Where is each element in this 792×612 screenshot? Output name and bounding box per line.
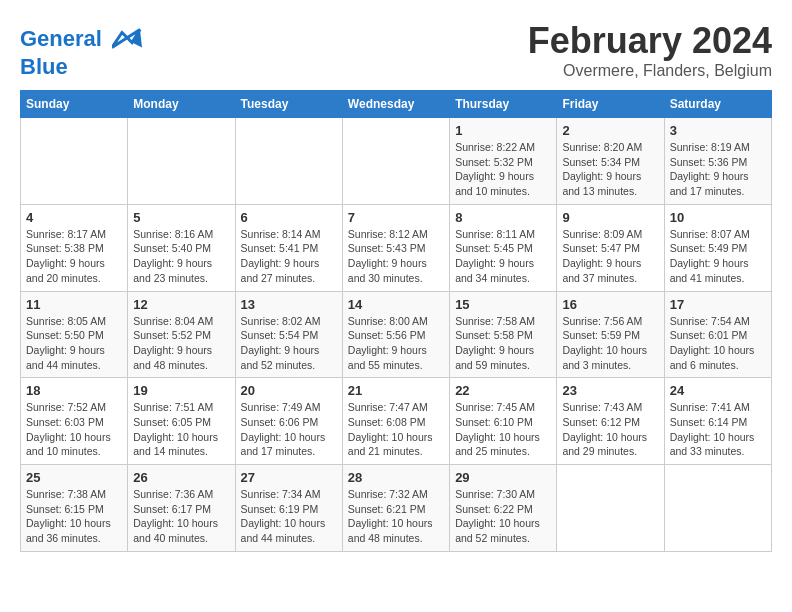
weekday-header-thursday: Thursday [450,91,557,118]
calendar-table: SundayMondayTuesdayWednesdayThursdayFrid… [20,90,772,552]
calendar-cell: 10Sunrise: 8:07 AM Sunset: 5:49 PM Dayli… [664,204,771,291]
day-number: 25 [26,470,122,485]
title-block: February 2024 Overmere, Flanders, Belgiu… [528,20,772,80]
day-number: 14 [348,297,444,312]
day-info: Sunrise: 8:07 AM Sunset: 5:49 PM Dayligh… [670,227,766,286]
page-header: General Blue February 2024 Overmere, Fla… [20,20,772,80]
day-info: Sunrise: 7:41 AM Sunset: 6:14 PM Dayligh… [670,400,766,459]
weekday-header-monday: Monday [128,91,235,118]
calendar-cell: 6Sunrise: 8:14 AM Sunset: 5:41 PM Daylig… [235,204,342,291]
calendar-cell [235,118,342,205]
calendar-cell: 22Sunrise: 7:45 AM Sunset: 6:10 PM Dayli… [450,378,557,465]
logo: General Blue [20,25,142,79]
day-info: Sunrise: 7:47 AM Sunset: 6:08 PM Dayligh… [348,400,444,459]
calendar-cell: 20Sunrise: 7:49 AM Sunset: 6:06 PM Dayli… [235,378,342,465]
day-number: 8 [455,210,551,225]
day-info: Sunrise: 8:20 AM Sunset: 5:34 PM Dayligh… [562,140,658,199]
calendar-cell: 17Sunrise: 7:54 AM Sunset: 6:01 PM Dayli… [664,291,771,378]
day-number: 26 [133,470,229,485]
day-info: Sunrise: 8:04 AM Sunset: 5:52 PM Dayligh… [133,314,229,373]
day-info: Sunrise: 7:30 AM Sunset: 6:22 PM Dayligh… [455,487,551,546]
day-number: 19 [133,383,229,398]
day-info: Sunrise: 7:43 AM Sunset: 6:12 PM Dayligh… [562,400,658,459]
calendar-cell [557,465,664,552]
calendar-cell: 11Sunrise: 8:05 AM Sunset: 5:50 PM Dayli… [21,291,128,378]
week-row-3: 11Sunrise: 8:05 AM Sunset: 5:50 PM Dayli… [21,291,772,378]
calendar-cell: 14Sunrise: 8:00 AM Sunset: 5:56 PM Dayli… [342,291,449,378]
subtitle: Overmere, Flanders, Belgium [528,62,772,80]
logo-icon [112,25,142,55]
calendar-cell: 3Sunrise: 8:19 AM Sunset: 5:36 PM Daylig… [664,118,771,205]
day-info: Sunrise: 8:17 AM Sunset: 5:38 PM Dayligh… [26,227,122,286]
day-number: 18 [26,383,122,398]
day-info: Sunrise: 7:52 AM Sunset: 6:03 PM Dayligh… [26,400,122,459]
calendar-cell: 25Sunrise: 7:38 AM Sunset: 6:15 PM Dayli… [21,465,128,552]
week-row-5: 25Sunrise: 7:38 AM Sunset: 6:15 PM Dayli… [21,465,772,552]
day-number: 2 [562,123,658,138]
day-number: 29 [455,470,551,485]
calendar-cell: 29Sunrise: 7:30 AM Sunset: 6:22 PM Dayli… [450,465,557,552]
day-info: Sunrise: 7:38 AM Sunset: 6:15 PM Dayligh… [26,487,122,546]
week-row-1: 1Sunrise: 8:22 AM Sunset: 5:32 PM Daylig… [21,118,772,205]
calendar-cell: 4Sunrise: 8:17 AM Sunset: 5:38 PM Daylig… [21,204,128,291]
weekday-header-tuesday: Tuesday [235,91,342,118]
calendar-cell: 26Sunrise: 7:36 AM Sunset: 6:17 PM Dayli… [128,465,235,552]
day-number: 12 [133,297,229,312]
week-row-4: 18Sunrise: 7:52 AM Sunset: 6:03 PM Dayli… [21,378,772,465]
weekday-header-friday: Friday [557,91,664,118]
day-info: Sunrise: 7:32 AM Sunset: 6:21 PM Dayligh… [348,487,444,546]
day-info: Sunrise: 8:02 AM Sunset: 5:54 PM Dayligh… [241,314,337,373]
day-info: Sunrise: 8:14 AM Sunset: 5:41 PM Dayligh… [241,227,337,286]
day-info: Sunrise: 7:56 AM Sunset: 5:59 PM Dayligh… [562,314,658,373]
calendar-cell: 16Sunrise: 7:56 AM Sunset: 5:59 PM Dayli… [557,291,664,378]
weekday-header-wednesday: Wednesday [342,91,449,118]
calendar-cell [21,118,128,205]
weekday-header-sunday: Sunday [21,91,128,118]
day-info: Sunrise: 7:34 AM Sunset: 6:19 PM Dayligh… [241,487,337,546]
calendar-cell: 15Sunrise: 7:58 AM Sunset: 5:58 PM Dayli… [450,291,557,378]
day-info: Sunrise: 8:19 AM Sunset: 5:36 PM Dayligh… [670,140,766,199]
calendar-cell: 24Sunrise: 7:41 AM Sunset: 6:14 PM Dayli… [664,378,771,465]
day-number: 15 [455,297,551,312]
calendar-cell: 12Sunrise: 8:04 AM Sunset: 5:52 PM Dayli… [128,291,235,378]
day-info: Sunrise: 8:22 AM Sunset: 5:32 PM Dayligh… [455,140,551,199]
calendar-cell [342,118,449,205]
day-number: 9 [562,210,658,225]
day-info: Sunrise: 7:54 AM Sunset: 6:01 PM Dayligh… [670,314,766,373]
logo-text: General [20,25,142,55]
logo-blue: Blue [20,55,142,79]
weekday-header-saturday: Saturday [664,91,771,118]
calendar-cell: 23Sunrise: 7:43 AM Sunset: 6:12 PM Dayli… [557,378,664,465]
day-info: Sunrise: 8:05 AM Sunset: 5:50 PM Dayligh… [26,314,122,373]
calendar-cell [664,465,771,552]
day-info: Sunrise: 7:49 AM Sunset: 6:06 PM Dayligh… [241,400,337,459]
day-number: 21 [348,383,444,398]
calendar-cell: 28Sunrise: 7:32 AM Sunset: 6:21 PM Dayli… [342,465,449,552]
day-number: 6 [241,210,337,225]
calendar-cell: 21Sunrise: 7:47 AM Sunset: 6:08 PM Dayli… [342,378,449,465]
day-number: 5 [133,210,229,225]
day-number: 27 [241,470,337,485]
day-number: 28 [348,470,444,485]
day-info: Sunrise: 8:00 AM Sunset: 5:56 PM Dayligh… [348,314,444,373]
day-number: 20 [241,383,337,398]
day-number: 13 [241,297,337,312]
day-info: Sunrise: 7:58 AM Sunset: 5:58 PM Dayligh… [455,314,551,373]
calendar-cell: 13Sunrise: 8:02 AM Sunset: 5:54 PM Dayli… [235,291,342,378]
calendar-cell: 5Sunrise: 8:16 AM Sunset: 5:40 PM Daylig… [128,204,235,291]
main-title: February 2024 [528,20,772,62]
weekday-header-row: SundayMondayTuesdayWednesdayThursdayFrid… [21,91,772,118]
day-number: 10 [670,210,766,225]
day-info: Sunrise: 7:45 AM Sunset: 6:10 PM Dayligh… [455,400,551,459]
calendar-cell: 1Sunrise: 8:22 AM Sunset: 5:32 PM Daylig… [450,118,557,205]
day-number: 17 [670,297,766,312]
day-number: 16 [562,297,658,312]
logo-general: General [20,26,102,51]
day-info: Sunrise: 8:16 AM Sunset: 5:40 PM Dayligh… [133,227,229,286]
calendar-cell: 19Sunrise: 7:51 AM Sunset: 6:05 PM Dayli… [128,378,235,465]
day-number: 3 [670,123,766,138]
day-info: Sunrise: 8:12 AM Sunset: 5:43 PM Dayligh… [348,227,444,286]
calendar-cell [128,118,235,205]
week-row-2: 4Sunrise: 8:17 AM Sunset: 5:38 PM Daylig… [21,204,772,291]
day-number: 1 [455,123,551,138]
